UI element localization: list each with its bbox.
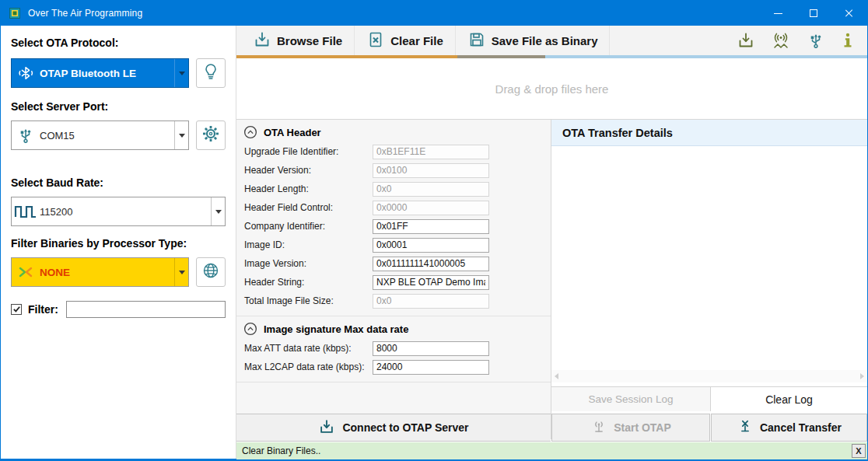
- field-label: Header Version:: [244, 165, 373, 176]
- gear-icon: [201, 124, 220, 146]
- processor-icon: [12, 264, 40, 280]
- save-file-icon: [467, 30, 486, 51]
- image-id-input[interactable]: [373, 238, 489, 253]
- titlebar: Over The Air Programming: [1, 1, 867, 26]
- ota-header-section-title: OTA Header: [264, 127, 321, 138]
- status-message: Clear Binary Files..: [242, 445, 320, 456]
- signature-section-title: Image signature Max data rate: [264, 323, 408, 335]
- usb-icon[interactable]: [807, 31, 825, 50]
- field-label: Total Image File Size:: [244, 295, 373, 306]
- protocol-label: Select OTA Protocol:: [11, 37, 226, 49]
- filter-checkbox[interactable]: [11, 304, 22, 315]
- chip-icon: [8, 6, 22, 20]
- cancel-transfer-icon: [737, 418, 754, 438]
- company-identifier-input[interactable]: [373, 219, 489, 234]
- max-l2cap-data-rate-input[interactable]: [373, 360, 489, 375]
- max-att-data-rate-input[interactable]: [373, 341, 489, 356]
- close-icon: [845, 9, 854, 18]
- scroll-left-icon[interactable]: [555, 373, 558, 379]
- filter-label: Filter:: [28, 303, 58, 316]
- field-label: Company Identifier:: [244, 221, 373, 232]
- hint-button[interactable]: [196, 58, 226, 88]
- clear-log-label: Clear Log: [765, 393, 813, 406]
- save-binary-label: Save File as Binary: [492, 34, 598, 47]
- ota-form-panel: OTA Header Upgrade File Identifier: Head…: [236, 120, 551, 439]
- app-window: Over The Air Programming Select OTA Prot…: [0, 0, 868, 461]
- file-dropzone[interactable]: Drag & drop files here: [236, 58, 867, 120]
- upgrade-file-identifier-input: [373, 145, 489, 159]
- download-icon: [318, 418, 335, 438]
- scroll-right-icon[interactable]: [860, 373, 864, 379]
- usb-icon: [12, 126, 40, 145]
- window-title: Over The Air Programming: [28, 8, 142, 19]
- browse-file-button[interactable]: Browse File: [241, 26, 355, 55]
- server-port-value: COM15: [40, 130, 174, 141]
- caption-buttons: [760, 1, 867, 26]
- server-port-dropdown[interactable]: COM15: [11, 120, 189, 150]
- save-session-log-label: Save Session Log: [589, 393, 674, 405]
- field-label: Header Field Control:: [244, 202, 373, 213]
- transfer-log: [551, 146, 867, 370]
- info-icon[interactable]: [841, 31, 855, 50]
- horizontal-scrollbar[interactable]: [551, 370, 867, 382]
- minimize-icon: [774, 13, 782, 14]
- status-bar: Clear Binary Files..: [236, 442, 867, 459]
- status-close-button[interactable]: X: [852, 444, 866, 458]
- chevron-down-icon[interactable]: [174, 258, 188, 286]
- clear-file-button[interactable]: Clear File: [355, 26, 456, 55]
- cancel-transfer-label: Cancel Transfer: [760, 421, 842, 434]
- download-icon[interactable]: [737, 31, 755, 50]
- baud-rate-value: 115200: [40, 206, 211, 218]
- save-binary-button[interactable]: Save File as Binary: [456, 26, 611, 55]
- field-label: Max ATT data rate (kbps):: [244, 343, 373, 354]
- section-divider: [236, 382, 551, 382]
- processor-filter-label: Filter Binaries by Processor Type:: [11, 237, 226, 250]
- connect-otap-server-label: Connect to OTAP Server: [342, 421, 468, 434]
- header-field-control-input: [373, 201, 489, 215]
- browse-file-icon: [253, 30, 271, 51]
- filter-input[interactable]: [66, 301, 226, 318]
- transfer-details-title: OTA Transfer Details: [562, 127, 673, 139]
- clear-file-icon: [366, 30, 385, 51]
- minimize-button[interactable]: [760, 1, 796, 26]
- header-string-input[interactable]: [373, 275, 489, 290]
- baud-rate-label: Select Baud Rate:: [11, 176, 226, 189]
- maximize-icon: [810, 9, 817, 17]
- dropzone-text: Drag & drop files here: [495, 82, 609, 96]
- processor-value: NONE: [40, 267, 174, 278]
- main-toolbar: Browse File Clear File Save File as Bina…: [236, 26, 867, 55]
- bluetooth-icon: [12, 65, 40, 82]
- sidebar: Select OTA Protocol: OTAP Bluetooth LE: [1, 26, 236, 459]
- cancel-transfer-button[interactable]: Cancel Transfer: [711, 414, 867, 442]
- square-wave-icon: [12, 203, 40, 220]
- header-length-input: [373, 182, 489, 197]
- baud-rate-dropdown[interactable]: 115200: [11, 197, 226, 226]
- clear-log-button[interactable]: Clear Log: [711, 386, 867, 411]
- collapse-signature-section-button[interactable]: [243, 322, 257, 336]
- globe-icon: [201, 261, 220, 283]
- maximize-button[interactable]: [796, 1, 831, 26]
- field-label: Max L2CAP data rate (kbps):: [244, 361, 373, 372]
- processor-dropdown[interactable]: NONE: [11, 257, 189, 287]
- field-label: Upgrade File Identifier:: [244, 146, 373, 157]
- field-label: Image ID:: [244, 239, 373, 250]
- chevron-down-icon[interactable]: [211, 197, 225, 225]
- header-version-input: [373, 163, 489, 178]
- protocol-dropdown[interactable]: OTAP Bluetooth LE: [11, 58, 189, 88]
- server-port-label: Select Server Port:: [11, 100, 226, 113]
- image-version-input[interactable]: [373, 257, 489, 271]
- check-icon: [12, 302, 21, 316]
- chevron-down-icon[interactable]: [174, 59, 188, 87]
- clear-file-label: Clear File: [390, 34, 443, 47]
- connect-otap-server-button[interactable]: Connect to OTAP Server: [236, 414, 551, 442]
- transfer-details-header: OTA Transfer Details: [551, 120, 867, 146]
- field-label: Header String:: [244, 277, 373, 288]
- transfer-panel: OTA Transfer Details Save Session Log Cl…: [551, 120, 867, 439]
- wireless-icon[interactable]: [771, 31, 791, 50]
- close-button[interactable]: [831, 1, 867, 26]
- collapse-ota-header-button[interactable]: [243, 125, 257, 139]
- port-settings-button[interactable]: [196, 120, 226, 150]
- chevron-down-icon[interactable]: [174, 121, 188, 149]
- save-session-log-button: Save Session Log: [551, 386, 711, 411]
- online-binaries-button[interactable]: [196, 257, 226, 287]
